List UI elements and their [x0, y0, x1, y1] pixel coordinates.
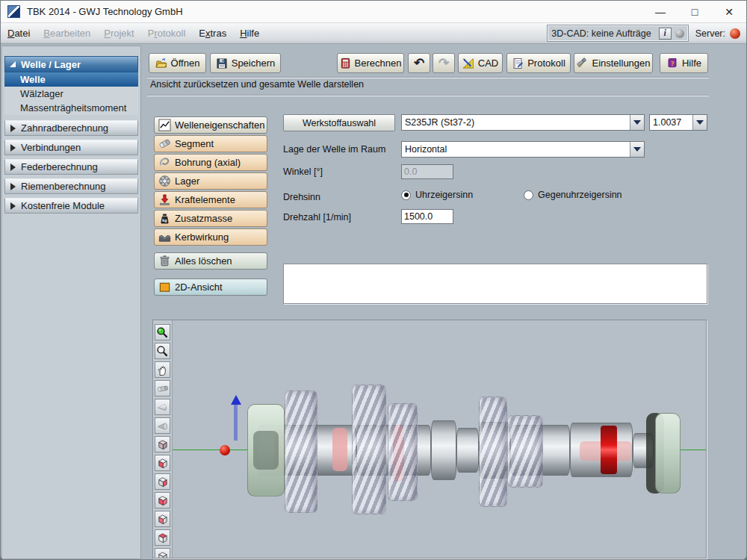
sidebar-item-welle[interactable]: Welle: [4, 72, 138, 87]
cube-front-icon: [156, 457, 169, 470]
menu-hilfe[interactable]: Hilfe: [233, 25, 266, 42]
zoom-button[interactable]: [155, 343, 170, 359]
chart-icon: [158, 119, 171, 131]
shaft-position-label: Lage der Welle im Raum: [283, 144, 385, 155]
material-select-button[interactable]: Werkstoffauswahl: [283, 114, 395, 131]
force-arrow-icon: [158, 193, 171, 206]
gear: [479, 396, 507, 507]
server-label: Server:: [695, 28, 725, 39]
app-icon: [7, 5, 20, 18]
gear: [507, 415, 543, 488]
bearing-icon: [158, 175, 171, 187]
separator: [147, 95, 709, 96]
zoom-fit-icon: [156, 326, 169, 339]
close-button[interactable]: ✕: [712, 1, 746, 22]
hand-icon: [156, 364, 169, 376]
additional-mass-button[interactable]: kg Zusatzmasse: [154, 210, 267, 227]
cube-top-icon: [156, 532, 169, 544]
sidebar-section-riemenberechnung[interactable]: Riemenberechnung: [4, 178, 138, 194]
bearing-button[interactable]: Lager: [154, 172, 267, 190]
sidebar-section-federberechnung[interactable]: Federberechnung: [4, 159, 138, 175]
cad-status-text: 3D-CAD: keine Aufträge: [551, 28, 651, 39]
dropdown-arrow-icon[interactable]: [630, 115, 644, 130]
sidebar-section-kostenfreie-module[interactable]: Kostenfreie Module: [4, 198, 138, 214]
3d-viewport[interactable]: [152, 320, 707, 559]
hint-text: Ansicht zurücksetzen und gesamte Welle d…: [150, 79, 364, 90]
material-dropdown[interactable]: S235JR (St37-2): [401, 114, 645, 131]
open-button[interactable]: Öffnen: [149, 53, 206, 73]
top-view-button[interactable]: [155, 529, 170, 546]
y-axis-arrow: [231, 395, 241, 441]
back-view-button[interactable]: [155, 492, 170, 508]
menu-datei[interactable]: Datei: [1, 25, 37, 42]
message-box: [283, 264, 707, 304]
clockwise-radio[interactable]: Uhrzeigersinn: [401, 190, 473, 200]
save-button[interactable]: Speichern: [210, 53, 281, 73]
bottom-view-button[interactable]: [155, 548, 170, 559]
front-view-button[interactable]: [155, 455, 170, 471]
dropdown-arrow-icon[interactable]: [630, 142, 644, 157]
help-button[interactable]: ? Hilfe: [660, 53, 708, 73]
calculate-button[interactable]: Berechnen: [337, 53, 404, 73]
red-ring: [601, 426, 617, 474]
collapsed-triangle-icon: [10, 125, 16, 132]
kg-weight-icon: kg: [158, 212, 171, 225]
cube-back-icon: [156, 494, 169, 507]
radio-unselected-icon[interactable]: [524, 190, 533, 200]
maximize-button[interactable]: □: [678, 1, 712, 22]
undo-button[interactable]: ↶: [408, 53, 430, 73]
speed-input[interactable]: [401, 209, 453, 224]
3d-scene[interactable]: [173, 320, 706, 558]
shaft-position-dropdown[interactable]: Horizontal: [401, 141, 645, 158]
cad-button[interactable]: CAD: [458, 53, 503, 73]
2d-view-button[interactable]: 2D-Ansicht: [154, 279, 267, 296]
angle-input: [401, 164, 453, 179]
zoom-fit-button[interactable]: [155, 324, 170, 340]
force-elements-button[interactable]: Kraftelemente: [154, 191, 267, 208]
axial-bore-button[interactable]: Bohrung (axial): [154, 154, 267, 171]
notch-effect-button[interactable]: Kerbwirkung: [154, 228, 267, 246]
svg-text:?: ?: [671, 59, 675, 66]
cone-view-1-button[interactable]: [155, 399, 170, 415]
dropdown-arrow-icon[interactable]: [692, 115, 707, 130]
collapsed-triangle-icon: [10, 183, 16, 190]
left-view-button[interactable]: [155, 511, 170, 527]
sidebar-header-welle-lager[interactable]: Welle / Lager: [4, 56, 138, 72]
redo-button[interactable]: ↷: [433, 53, 455, 73]
main-toolbar: Öffnen Speichern Berechnen ↶ ↷ CAD: [143, 53, 708, 73]
shaft-properties-button[interactable]: Welleneigenschaften: [154, 116, 267, 134]
sidebar-item-waelzlager[interactable]: Wälzlager: [4, 87, 138, 101]
radio-selected-icon[interactable]: [401, 190, 411, 200]
menu-bearbeiten: Bearbeiten: [37, 25, 97, 42]
cylinder-view-icon: [156, 382, 169, 395]
iso-cube-icon: [156, 438, 169, 451]
cylinder-view-button[interactable]: [155, 380, 170, 396]
settings-button[interactable]: Einstellungen: [574, 53, 653, 73]
minimize-button[interactable]: —: [643, 1, 678, 22]
floppy-disk-icon: [216, 57, 228, 69]
info-button[interactable]: i: [659, 28, 672, 40]
material-number-dropdown[interactable]: 1.0037: [649, 114, 707, 131]
counterclockwise-radio[interactable]: Gegenuhrzeigersinn: [524, 190, 622, 200]
delete-all-button[interactable]: Alles löschen: [154, 252, 267, 270]
segment-button[interactable]: Segment: [154, 135, 267, 152]
menu-extras[interactable]: Extras: [192, 25, 233, 42]
iso-view-button[interactable]: [155, 436, 170, 452]
cone-view-2-button[interactable]: [155, 417, 170, 434]
menubar: Datei Bearbeiten Projekt Protokoll Extra…: [1, 23, 746, 44]
sidebar-item-massentraegheitsmoment[interactable]: Massenträgheitsmoment: [4, 101, 138, 115]
expanded-triangle-icon: [10, 61, 16, 67]
right-view-button[interactable]: [155, 473, 170, 490]
sidebar-section-verbindungen[interactable]: Verbindungen: [4, 140, 138, 155]
sidebar-section-zahnradberechnung[interactable]: Zahnradberechnung: [4, 120, 138, 136]
trash-icon: [158, 255, 171, 267]
protocol-button[interactable]: Protokoll: [506, 53, 571, 73]
force-disc: [332, 428, 347, 471]
menu-protokoll: Protokoll: [141, 25, 193, 42]
cad-status-led: [675, 29, 684, 38]
gear: [285, 391, 317, 513]
origin-point: [220, 445, 230, 455]
pan-button[interactable]: [155, 361, 170, 378]
document-icon: [512, 57, 524, 69]
window-title: TBK 2014 - GWJ Technology GmbH: [27, 6, 183, 17]
